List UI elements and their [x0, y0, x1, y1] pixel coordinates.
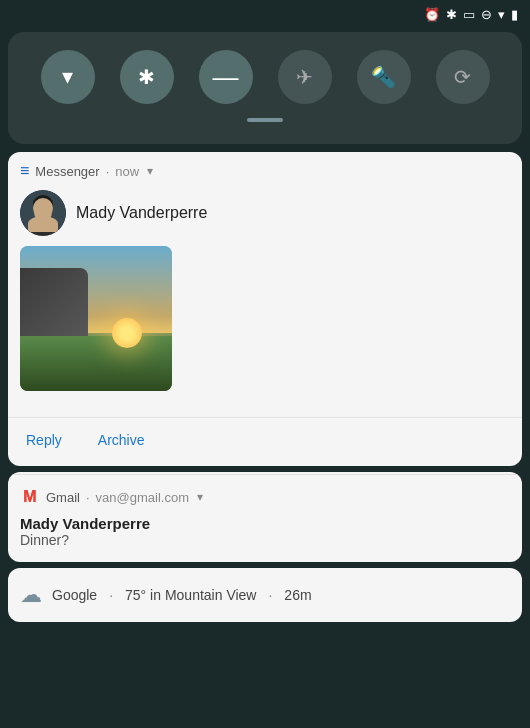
avatar-svg: [20, 190, 66, 236]
gmail-notification: M Gmail · van@gmail.com ▾ Mady Vanderper…: [8, 472, 522, 562]
archive-button[interactable]: Archive: [80, 418, 163, 462]
google-app-name: Google: [52, 587, 97, 603]
google-notification: ☁ Google · 75° in Mountain View · 26m: [8, 568, 522, 622]
gmail-email: van@gmail.com: [96, 490, 189, 505]
message-image: [20, 246, 172, 391]
messenger-notif-body: Mady Vanderperre: [8, 186, 522, 413]
messenger-app-name: Messenger: [35, 164, 99, 179]
expand-icon[interactable]: ▾: [147, 164, 153, 178]
dnd-icon: —: [213, 62, 239, 93]
svg-point-1: [33, 195, 53, 213]
gmail-icon: M: [20, 487, 40, 507]
cast-icon: ▭: [463, 7, 475, 22]
status-bar: ⏰ ✱ ▭ ⊖ ▾ ▮: [0, 0, 530, 28]
wifi-icon: ▾: [498, 7, 505, 22]
reply-button[interactable]: Reply: [8, 418, 80, 462]
sender-row: Mady Vanderperre: [20, 190, 510, 236]
gmail-expand-icon[interactable]: ▾: [197, 490, 203, 504]
messenger-notif-header: ≡ Messenger · now ▾: [8, 152, 522, 186]
flashlight-icon: 🔦: [371, 65, 396, 89]
wifi-icon: ▾: [62, 64, 73, 90]
drag-handle: [247, 118, 283, 122]
gmail-notif-header: M Gmail · van@gmail.com ▾: [8, 474, 522, 513]
rotation-toggle[interactable]: ⟳: [436, 50, 490, 104]
rotation-icon: ⟳: [454, 65, 471, 89]
gmail-sender-name: Mady Vanderperre: [20, 515, 510, 532]
quick-settings-panel: ▾ ✱ — ✈ 🔦 ⟳: [8, 32, 522, 144]
dnd-toggle[interactable]: —: [199, 50, 253, 104]
sender-avatar: [20, 190, 66, 236]
bluetooth-icon: ✱: [446, 7, 457, 22]
alarm-icon: ⏰: [424, 7, 440, 22]
messenger-actions: Reply Archive: [8, 417, 522, 466]
notifications-area: ≡ Messenger · now ▾: [8, 152, 522, 628]
svg-rect-4: [29, 226, 57, 236]
svg-point-2: [34, 202, 52, 222]
bluetooth-icon: ✱: [138, 65, 155, 89]
gmail-app-name: Gmail: [46, 490, 80, 505]
messenger-notif-time: now: [115, 164, 139, 179]
airplane-icon: ✈: [296, 65, 313, 89]
airplane-toggle[interactable]: ✈: [278, 50, 332, 104]
messenger-notification: ≡ Messenger · now ▾: [8, 152, 522, 466]
cloud-icon: ☁: [20, 582, 42, 608]
gmail-notif-body: Mady Vanderperre Dinner?: [8, 513, 522, 562]
google-time: 26m: [284, 587, 311, 603]
dnd-icon: ⊖: [481, 7, 492, 22]
signal-icon: ▮: [511, 7, 518, 22]
avatar-image: [20, 190, 66, 236]
google-weather: 75° in Mountain View: [125, 587, 256, 603]
sender-name: Mady Vanderperre: [76, 204, 207, 222]
messenger-app-icon: ≡: [20, 162, 29, 180]
wifi-toggle[interactable]: ▾: [41, 50, 95, 104]
bluetooth-toggle[interactable]: ✱: [120, 50, 174, 104]
flashlight-toggle[interactable]: 🔦: [357, 50, 411, 104]
gmail-subject: Dinner?: [20, 532, 510, 548]
quick-settings-buttons: ▾ ✱ — ✈ 🔦 ⟳: [28, 50, 502, 104]
